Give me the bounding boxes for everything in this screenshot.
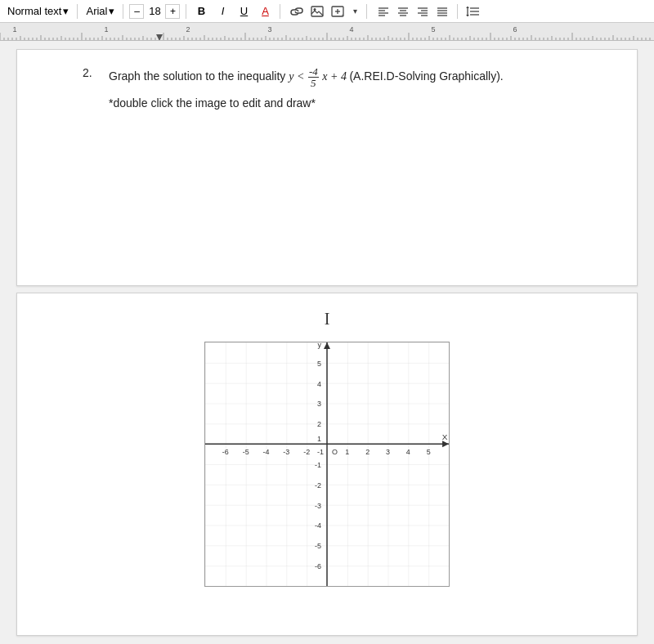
svg-text:-6: -6 [222, 448, 229, 456]
link-icon[interactable] [288, 2, 306, 20]
svg-text:4: 4 [317, 380, 321, 388]
note-text: *double click the image to edit and draw… [109, 96, 504, 110]
dropdown-icon[interactable]: ▾ [349, 2, 361, 20]
dropdown-arrow: ▾ [353, 7, 357, 16]
svg-text:-6: -6 [315, 562, 321, 570]
font-size-increase[interactable]: + [165, 4, 180, 19]
svg-text:1: 1 [317, 435, 321, 443]
svg-text:4: 4 [406, 448, 410, 456]
svg-text:-3: -3 [315, 502, 321, 510]
separator-3 [186, 4, 186, 19]
align-icons [374, 2, 451, 20]
question-section[interactable]: 2. Graph the solution to the inequality … [16, 49, 638, 286]
svg-text:5: 5 [317, 360, 321, 368]
image-icon[interactable] [308, 2, 326, 20]
font-color-label: A [262, 5, 269, 17]
question-number: 2. [83, 66, 99, 110]
align-left-icon[interactable] [374, 2, 392, 20]
svg-text:1: 1 [345, 448, 349, 456]
toolbar: Normal text ▾ Arial ▾ – 18 + B I U A [0, 0, 654, 23]
line-spacing-icon[interactable] [464, 2, 483, 20]
svg-text:-1: -1 [317, 448, 324, 456]
font-size-value: 18 [146, 5, 164, 17]
svg-text:-5: -5 [315, 542, 321, 550]
main-content: 2. Graph the solution to the inequality … [0, 41, 654, 644]
separator-5 [366, 4, 367, 19]
separator-1 [77, 4, 78, 19]
font-chevron: ▾ [109, 5, 114, 17]
font-size-decrease[interactable]: – [129, 4, 144, 19]
font-dropdown[interactable]: Arial ▾ [83, 4, 117, 18]
coordinate-plane: -6 -5 -4 -3 -2 -1 O 1 2 3 4 5 X [204, 342, 450, 587]
cursor-symbol: I [325, 310, 330, 328]
svg-text:-4: -4 [315, 521, 321, 530]
style-label: Normal text [7, 5, 61, 17]
math-expression: y < -4 5 x + 4 [289, 70, 349, 83]
svg-text:-5: -5 [243, 448, 249, 456]
font-color-button[interactable]: A [256, 2, 274, 20]
underline-button[interactable]: U [235, 2, 253, 20]
align-center-icon[interactable] [394, 2, 412, 20]
font-size-controls: – 18 + [129, 4, 180, 19]
question-text: Graph the solution to the inequality y <… [109, 69, 504, 83]
insert-icon[interactable] [329, 2, 347, 20]
bold-button[interactable]: B [192, 2, 210, 20]
font-label: Arial [86, 5, 107, 17]
question-body: Graph the solution to the inequality y <… [109, 66, 504, 110]
style-dropdown[interactable]: Normal text ▾ [5, 4, 71, 18]
svg-text:-1: -1 [315, 461, 321, 469]
svg-text:3: 3 [386, 448, 390, 456]
svg-text:3: 3 [317, 400, 321, 408]
graph-wrapper: -6 -5 -4 -3 -2 -1 O 1 2 3 4 5 X [204, 342, 450, 587]
svg-text:-3: -3 [283, 448, 289, 456]
ruler [0, 23, 654, 41]
standard-label: (A.REI.D-Solving Graphically). [349, 69, 503, 83]
separator-6 [457, 4, 458, 19]
svg-text:X: X [442, 432, 448, 441]
italic-button[interactable]: I [213, 2, 231, 20]
svg-text:O: O [332, 448, 338, 456]
align-right-icon[interactable] [414, 2, 432, 20]
svg-rect-0 [311, 7, 323, 16]
svg-text:2: 2 [317, 420, 321, 428]
svg-text:-2: -2 [303, 448, 310, 456]
svg-text:-2: -2 [315, 481, 321, 490]
svg-text:5: 5 [427, 448, 431, 456]
toolbar-icons: ▾ [288, 2, 361, 20]
separator-4 [280, 4, 280, 19]
svg-text:-4: -4 [263, 448, 270, 456]
style-chevron: ▾ [63, 5, 69, 17]
question-container: 2. Graph the solution to the inequality … [83, 66, 612, 110]
svg-text:y: y [318, 342, 322, 349]
svg-text:2: 2 [365, 448, 370, 456]
separator-2 [123, 4, 123, 19]
justify-icon[interactable] [433, 2, 451, 20]
graph-section[interactable]: I [16, 293, 638, 636]
